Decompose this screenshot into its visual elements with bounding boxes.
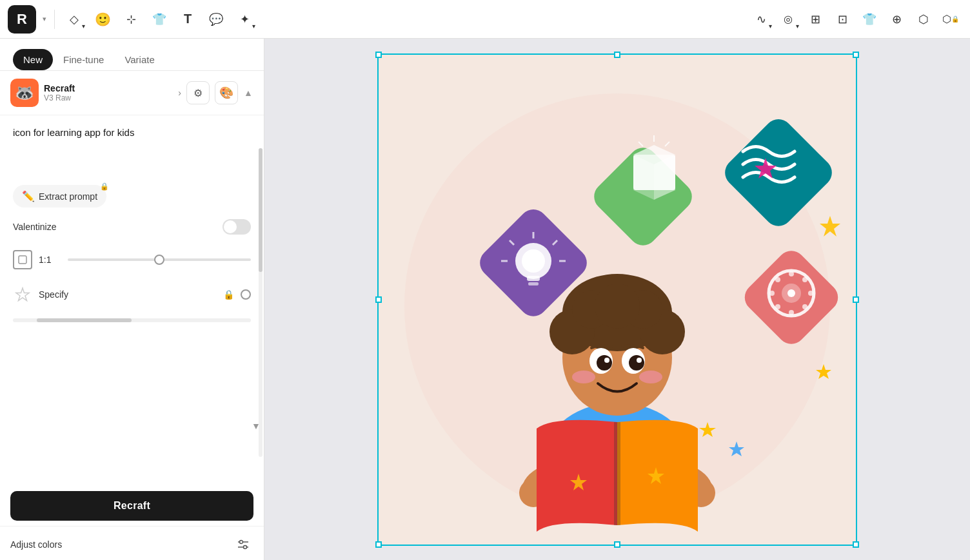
speech-tool[interactable]: 💬	[204, 8, 228, 31]
svg-point-5	[244, 546, 247, 549]
model-settings-btn[interactable]: ⚙	[186, 81, 210, 104]
ratio-thumb	[154, 255, 164, 265]
ratio-slider[interactable]	[68, 258, 251, 261]
prompt-area: icon for learning app for kids ✏️ Extrac…	[0, 115, 264, 486]
valentinize-row: Valentinize	[13, 215, 251, 238]
svg-point-34	[808, 291, 813, 296]
svg-rect-21	[528, 282, 539, 285]
svg-rect-20	[527, 276, 540, 281]
eraser-tool[interactable]: ◎	[777, 8, 800, 31]
shirt-tool[interactable]: 👕	[148, 8, 171, 31]
panel-hscroll[interactable]	[13, 318, 251, 322]
svg-point-35	[775, 277, 780, 282]
toolbar: R ▾ ◇ 🙂 ⊹ 👕 T 💬 ✦ ∿ ◎ ⊞ ⊡ 👕 ⊕ ⬡ ⬡🔒	[0, 0, 970, 39]
extract-lock-icon: 🔒	[100, 182, 109, 191]
valentinize-toggle[interactable]	[223, 219, 251, 235]
layers-tool[interactable]: ⊡	[831, 8, 854, 31]
export-tool[interactable]: ⬡	[912, 8, 935, 31]
curve-tool[interactable]: ∿	[749, 8, 773, 31]
tabs-container: New Fine-tune Variate	[0, 39, 264, 71]
main-area: New Fine-tune Variate 🦝 Recraft V3 Raw ›…	[0, 39, 970, 560]
svg-point-19	[522, 249, 545, 273]
tab-finetune[interactable]: Fine-tune	[53, 49, 114, 70]
handle-tm[interactable]	[614, 52, 620, 58]
specify-slider-thumb	[241, 289, 251, 300]
svg-point-38	[775, 304, 780, 309]
svg-point-30	[787, 289, 795, 297]
adjust-colors-label: Adjust colors	[10, 539, 62, 550]
svg-point-54	[597, 355, 612, 371]
panel-scroll-up[interactable]: ▲	[243, 88, 253, 98]
svg-point-56	[604, 358, 609, 363]
extract-prompt-label: Extract prompt	[39, 191, 97, 202]
recraft-button[interactable]: Recraft	[10, 491, 253, 521]
handle-tl[interactable]	[375, 52, 382, 58]
specify-row: Specify 🔒	[13, 281, 251, 308]
specify-star-icon	[13, 285, 32, 304]
prompt-input[interactable]: icon for learning app for kids	[13, 126, 251, 177]
app-logo[interactable]: R	[8, 5, 36, 34]
svg-point-55	[629, 355, 644, 371]
model-avatar: 🦝	[10, 79, 39, 107]
svg-point-32	[789, 310, 794, 315]
grid-tool[interactable]: ⊞	[804, 8, 827, 31]
ratio-row: 1:1	[13, 246, 251, 273]
model-name: Recraft	[44, 83, 173, 93]
svg-rect-0	[19, 256, 26, 264]
tab-variate[interactable]: Variate	[114, 49, 164, 70]
panel-scroll-down[interactable]: ▼	[251, 421, 261, 431]
panel-vscroll-thumb	[259, 148, 262, 272]
handle-bl[interactable]	[375, 541, 382, 548]
handle-tr[interactable]	[853, 52, 859, 58]
panel-hscroll-thumb	[37, 318, 132, 322]
model-selector-row: 🦝 Recraft V3 Raw › ⚙ 🎨 ▲	[0, 71, 264, 115]
shirt2-tool[interactable]: 👕	[858, 8, 881, 31]
svg-rect-64	[614, 422, 620, 525]
valentinize-label: Valentinize	[13, 222, 56, 232]
svg-point-31	[789, 271, 794, 276]
generated-image	[379, 55, 856, 545]
svg-point-36	[802, 304, 807, 309]
svg-point-57	[637, 358, 642, 363]
model-style-btn[interactable]: 🎨	[215, 81, 238, 104]
svg-point-59	[639, 371, 662, 383]
adjust-colors-row: Adjust colors	[0, 526, 264, 560]
extract-prompt-btn[interactable]: ✏️ Extract prompt 🔒	[13, 185, 106, 208]
model-info: Recraft V3 Raw	[44, 83, 173, 102]
svg-point-51	[595, 284, 640, 329]
merge-tool[interactable]: ⊕	[885, 8, 908, 31]
toolbar-right: ∿ ◎ ⊞ ⊡ 👕 ⊕ ⬡ ⬡🔒	[749, 8, 962, 31]
handle-bm[interactable]	[614, 541, 620, 548]
face-tool[interactable]: 🙂	[91, 8, 114, 31]
lock-export-tool[interactable]: ⬡🔒	[939, 8, 962, 31]
image-container[interactable]	[377, 53, 857, 546]
recraft-btn-container: Recraft	[0, 486, 264, 526]
left-panel: New Fine-tune Variate 🦝 Recraft V3 Raw ›…	[0, 39, 264, 560]
svg-point-3	[240, 541, 243, 544]
select-tool[interactable]: ◇	[63, 8, 86, 31]
text-tool[interactable]: T	[176, 8, 199, 31]
magic-tool[interactable]: ✦	[233, 8, 256, 31]
model-version: V3 Raw	[44, 93, 173, 102]
adjust-colors-btn[interactable]	[233, 534, 253, 555]
svg-point-33	[769, 291, 775, 296]
toolbar-divider	[54, 10, 55, 29]
svg-marker-1	[16, 288, 29, 301]
ratio-icon	[13, 250, 32, 269]
panel-vscroll[interactable]	[259, 148, 262, 457]
specify-label: Specify	[39, 289, 217, 300]
handle-mr[interactable]	[853, 296, 859, 303]
tab-new[interactable]: New	[13, 49, 53, 70]
specify-lock-icon: 🔒	[223, 289, 234, 300]
svg-point-37	[802, 277, 807, 282]
ratio-label: 1:1	[39, 255, 61, 265]
crop-tool[interactable]: ⊹	[119, 8, 143, 31]
handle-br[interactable]	[853, 541, 859, 548]
svg-point-58	[572, 371, 595, 383]
model-chevron-icon[interactable]: ›	[178, 88, 181, 98]
handle-ml[interactable]	[375, 296, 382, 303]
canvas-area	[264, 39, 970, 560]
extract-pen-icon: ✏️	[22, 190, 35, 202]
